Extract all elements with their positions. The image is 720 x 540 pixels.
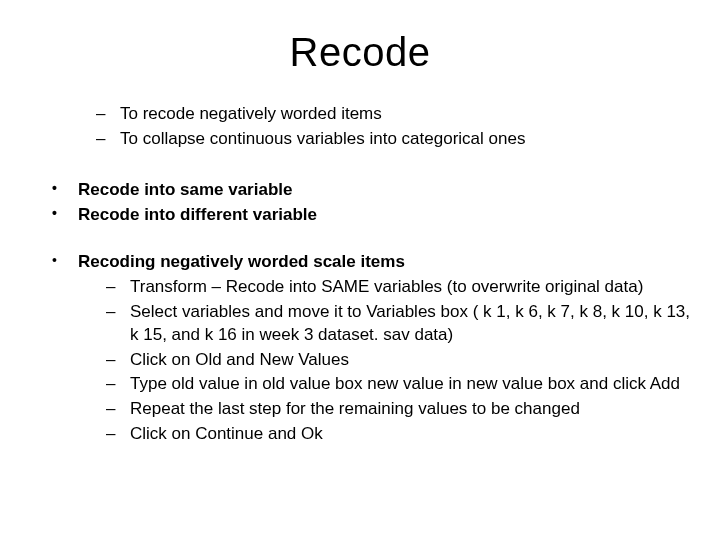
slide-body: To recode negatively worded items To col… <box>30 103 690 446</box>
list-item: Recoding negatively worded scale items T… <box>38 251 690 447</box>
bullet-list-b: Recoding negatively worded scale items T… <box>38 251 690 447</box>
list-item: Type old value in old value box new valu… <box>106 373 690 396</box>
list-item: Transform – Recode into SAME variables (… <box>106 276 690 299</box>
list-item: Repeat the last step for the remaining v… <box>106 398 690 421</box>
list-item: Recode into different variable <box>38 204 690 227</box>
slide-title: Recode <box>30 30 690 75</box>
list-item: Select variables and move it to Variable… <box>106 301 690 347</box>
sub-dash-list: Transform – Recode into SAME variables (… <box>78 276 690 447</box>
bullet-list-a: Recode into same variable Recode into di… <box>38 179 690 227</box>
list-item: Click on Old and New Values <box>106 349 690 372</box>
list-item-header: Recoding negatively worded scale items <box>78 252 405 271</box>
list-item: To collapse continuous variables into ca… <box>96 128 690 151</box>
list-item: Recode into same variable <box>38 179 690 202</box>
list-item: Click on Continue and Ok <box>106 423 690 446</box>
slide: Recode To recode negatively worded items… <box>0 0 720 540</box>
intro-dash-list: To recode negatively worded items To col… <box>38 103 690 151</box>
list-item: To recode negatively worded items <box>96 103 690 126</box>
